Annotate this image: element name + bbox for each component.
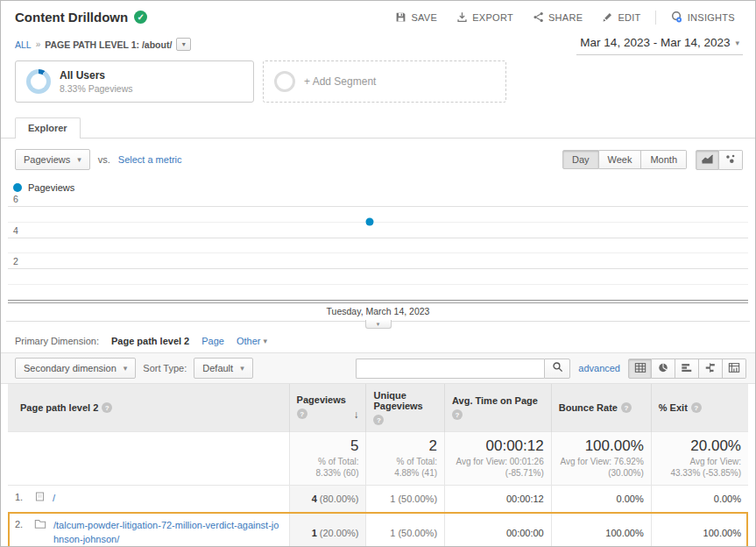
search-input[interactable]	[356, 359, 544, 379]
y-axis-tick: 4	[13, 225, 18, 236]
insights-icon	[670, 11, 683, 24]
x-axis-label-band: Tuesday, March 14, 2023	[6, 303, 750, 322]
sort-type-button[interactable]: Default	[194, 358, 252, 379]
caret-down-icon	[735, 39, 739, 47]
help-icon[interactable]	[452, 409, 463, 420]
segment-name: All Users	[60, 69, 132, 82]
tab-strip: Explorer	[1, 111, 755, 139]
help-icon[interactable]	[102, 402, 112, 413]
cell-avg-time: 00:00:00	[445, 512, 552, 547]
table-toolbar: Secondary dimension Sort Type: Default a…	[1, 352, 755, 384]
totals-exit: 20.00% Avg for View: 43.33% (-53.85%)	[651, 432, 748, 486]
gridline	[8, 222, 748, 223]
title-bar: Content Drilldown SAVE EXPORT SHARE EDIT	[1, 1, 755, 31]
x-axis-date-label: Tuesday, March 14, 2023	[327, 306, 430, 316]
table-view-button[interactable]	[628, 359, 652, 379]
share-button[interactable]: SHARE	[525, 8, 590, 26]
verified-badge-icon	[134, 11, 147, 24]
percentage-view-button[interactable]	[652, 359, 675, 379]
help-icon[interactable]	[691, 402, 702, 413]
breadcrumb-dropdown-button[interactable]	[176, 38, 191, 51]
column-header-avg-time[interactable]: Avg. Time on Page	[445, 384, 552, 432]
caret-down-icon	[240, 364, 244, 373]
cell-avg-time: 00:00:12	[445, 486, 552, 513]
insights-button[interactable]: INSIGHTS	[662, 7, 743, 27]
gridline	[8, 238, 748, 238]
save-button[interactable]: SAVE	[387, 8, 445, 26]
cell-unique-pageviews: 1 (50.00%)	[366, 486, 445, 513]
granularity-group: Day Week Month	[562, 150, 687, 169]
percentage-view-icon	[657, 362, 669, 375]
page-icon	[34, 491, 46, 504]
save-icon	[395, 11, 406, 23]
legend-label: Pageviews	[28, 182, 74, 193]
help-icon[interactable]	[621, 402, 632, 413]
column-header-exit[interactable]: % Exit	[651, 384, 748, 432]
column-header-bounce-rate[interactable]: Bounce Rate	[551, 384, 651, 432]
secondary-dimension-button[interactable]: Secondary dimension	[15, 358, 136, 379]
add-segment-button[interactable]: + Add Segment	[263, 60, 506, 103]
gridline	[8, 206, 748, 207]
sort-descending-icon	[353, 408, 358, 421]
report-head: ALL » PAGE PATH LEVEL 1: /about/ Mar 14,…	[1, 31, 755, 57]
toolbar-divider	[655, 11, 656, 25]
page-path-link[interactable]: /talcum-powder-litigation-72-million-ver…	[53, 519, 282, 547]
chart-point[interactable]	[366, 217, 374, 225]
segment-all-users[interactable]: All Users 8.33% Pageviews	[15, 60, 254, 103]
chart-plot-area: 6 4 2	[8, 198, 748, 301]
content-drilldown-report: Content Drilldown SAVE EXPORT SHARE EDIT	[0, 0, 756, 547]
folder-icon	[34, 518, 46, 531]
metric-select-button[interactable]: Pageviews	[15, 149, 90, 170]
export-button[interactable]: EXPORT	[449, 8, 521, 26]
dimension-other-dropdown[interactable]: Other	[237, 336, 267, 346]
empty-segment-icon	[274, 71, 295, 92]
chart-collapse-button[interactable]	[365, 320, 392, 329]
column-header-unique-pageviews[interactable]: Unique Pageviews	[366, 384, 445, 432]
edit-button[interactable]: EDIT	[594, 8, 648, 26]
totals-avg-time: 00:00:12 Avg for View: 00:01:26 (-85.71%…	[445, 432, 552, 486]
segments-bar: All Users 8.33% Pageviews + Add Segment	[1, 57, 755, 111]
line-chart-view-button[interactable]	[696, 150, 719, 170]
select-metric-link[interactable]: Select a metric	[118, 154, 182, 165]
primary-dimension-label: Primary Dimension:	[15, 336, 99, 346]
chart-type-group	[696, 150, 743, 170]
granularity-day-button[interactable]: Day	[562, 150, 599, 169]
page-path-link[interactable]: /	[53, 492, 55, 506]
breadcrumb-all-link[interactable]: ALL	[15, 39, 32, 50]
advanced-search-link[interactable]: advanced	[578, 363, 620, 373]
breadcrumb-separator: »	[36, 39, 41, 49]
segment-donut-icon	[26, 69, 51, 94]
totals-blank-cell	[8, 432, 289, 486]
table-totals-row: 5 % of Total: 8.33% (60) 2 % of Total: 4…	[8, 432, 748, 486]
help-icon[interactable]	[297, 408, 307, 419]
report-table: Page path level 2 Pageviews Unique Pagev…	[8, 384, 748, 547]
row-number: 1.	[15, 492, 27, 502]
pivot-view-button[interactable]	[723, 359, 746, 379]
gridline	[8, 268, 748, 269]
table-header-row: Page path level 2 Pageviews Unique Pagev…	[8, 384, 748, 432]
search-button[interactable]	[544, 359, 570, 379]
share-icon	[533, 11, 544, 23]
tab-explorer[interactable]: Explorer	[15, 117, 81, 139]
comparison-view-button[interactable]	[699, 359, 723, 379]
dimension-page-link[interactable]: Page	[201, 336, 224, 346]
performance-view-button[interactable]	[675, 359, 699, 379]
page-title: Content Drilldown	[15, 10, 128, 25]
column-header-pageviews[interactable]: Pageviews	[289, 384, 366, 432]
y-axis-tick: 6	[13, 194, 18, 204]
granularity-week-button[interactable]: Week	[599, 150, 642, 169]
granularity-month-button[interactable]: Month	[641, 150, 687, 169]
y-axis-tick: 2	[13, 256, 18, 266]
motion-chart-icon	[724, 153, 737, 167]
breadcrumb: ALL » PAGE PATH LEVEL 1: /about/	[15, 34, 191, 51]
motion-chart-view-button[interactable]	[719, 150, 743, 170]
view-toggle-group	[628, 359, 746, 379]
help-icon[interactable]	[373, 415, 384, 425]
date-range-picker[interactable]: Mar 14, 2023 - Mar 14, 2023	[576, 34, 743, 55]
column-header-page-path[interactable]: Page path level 2	[8, 384, 289, 432]
legend-dot-icon	[13, 183, 22, 192]
dimension-page-path-level-2[interactable]: Page path level 2	[111, 336, 189, 346]
segment-detail: 8.33% Pageviews	[60, 83, 132, 94]
row-number: 2.	[15, 519, 27, 529]
caret-down-icon	[124, 364, 128, 373]
